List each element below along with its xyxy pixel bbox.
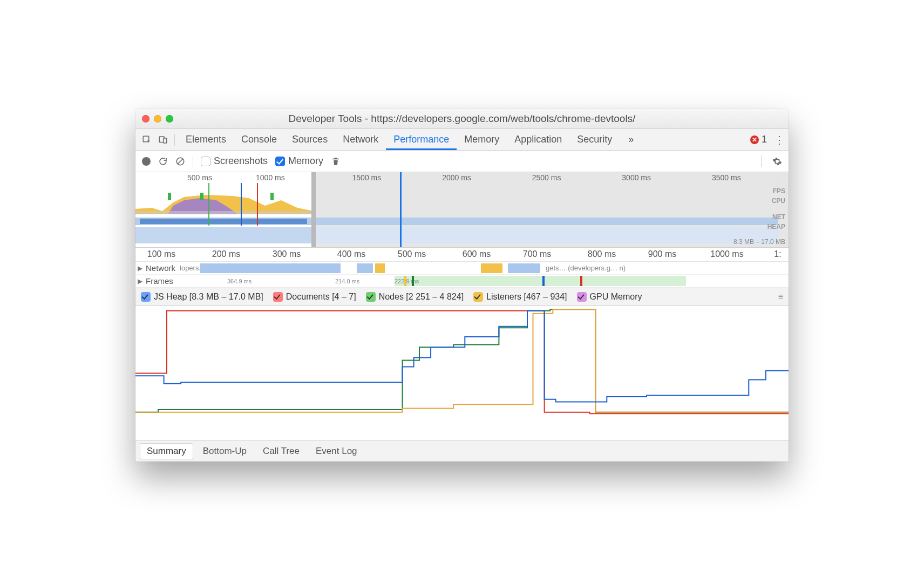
- overview-cpu-lane: [135, 193, 314, 214]
- checkbox-icon: [577, 292, 587, 302]
- chevron-right-icon[interactable]: ▶: [138, 264, 142, 272]
- reload-icon[interactable]: [158, 157, 168, 166]
- tab-elements[interactable]: Elements: [178, 129, 234, 150]
- frames-strip: [395, 276, 686, 286]
- frame-time: 214.0 ms: [335, 278, 359, 284]
- inspect-element-icon[interactable]: [139, 135, 155, 145]
- ruler-tick: 500 ms: [398, 249, 426, 259]
- tab-network[interactable]: Network: [335, 129, 386, 150]
- tab-memory[interactable]: Memory: [457, 129, 507, 150]
- network-bar: [200, 263, 341, 273]
- frames-row-label: Frames: [146, 276, 176, 286]
- settings-gear-icon[interactable]: [772, 157, 782, 166]
- network-extra-text: gets… (developers.g… n): [546, 264, 626, 272]
- overview-heap-lane: [135, 227, 778, 243]
- tab-sources[interactable]: Sources: [284, 129, 335, 150]
- ruler-tick: 700 ms: [523, 249, 551, 259]
- memory-checkbox[interactable]: Memory: [275, 155, 323, 167]
- tab-application[interactable]: Application: [507, 129, 569, 150]
- delete-icon[interactable]: [331, 157, 341, 166]
- legend-range: [4 – 7]: [332, 292, 356, 302]
- legend-item-gpu[interactable]: GPU Memory: [577, 292, 642, 302]
- legend-label: Documents: [286, 292, 330, 302]
- close-window-button[interactable]: [142, 115, 150, 123]
- tab-call-tree[interactable]: Call Tree: [256, 444, 306, 459]
- frame-marker: [412, 276, 414, 286]
- zoom-window-button[interactable]: [166, 115, 173, 123]
- devtools-tabstrip: Elements Console Sources Network Perform…: [135, 129, 789, 151]
- svg-rect-2: [164, 138, 167, 143]
- overview-tick: 2000 ms: [442, 173, 471, 182]
- chart-series-js-heap: [135, 311, 789, 402]
- overview-marker: [257, 183, 258, 226]
- tab-performance[interactable]: Performance: [386, 129, 457, 150]
- tab-security[interactable]: Security: [569, 129, 620, 150]
- tab-bottom-up[interactable]: Bottom-Up: [196, 444, 253, 459]
- checkbox-icon: [273, 292, 283, 302]
- overview-marker: [208, 183, 209, 226]
- legend-item-documents[interactable]: Documents [4 – 7]: [273, 292, 356, 302]
- devtools-window: Developer Tools - https://developers.goo…: [135, 108, 789, 462]
- screenshots-checkbox[interactable]: Screenshots: [201, 155, 268, 167]
- device-toggle-icon[interactable]: [155, 135, 171, 145]
- checkbox-icon: [366, 292, 376, 302]
- tab-console[interactable]: Console: [234, 129, 284, 150]
- checkbox-icon: [275, 157, 285, 166]
- window-titlebar: Developer Tools - https://developers.goo…: [135, 108, 789, 129]
- ruler-tick: 900 ms: [648, 249, 676, 259]
- network-bar: [375, 263, 385, 273]
- overview-heap-range: 8.3 MB – 17.0 MB: [733, 238, 785, 246]
- overview-panel[interactable]: 500 ms 1000 ms 1500 ms 2000 ms 2500 ms 3…: [135, 172, 789, 248]
- overview-tick: 2500 ms: [532, 173, 561, 182]
- chart-series-documents: [135, 311, 789, 413]
- overview-ruler: 500 ms 1000 ms 1500 ms 2000 ms 2500 ms 3…: [135, 172, 778, 183]
- screenshots-label: Screenshots: [214, 155, 268, 167]
- legend-label: GPU Memory: [590, 292, 642, 302]
- legend-menu-icon[interactable]: ≡: [778, 292, 783, 302]
- record-button[interactable]: [142, 157, 151, 166]
- legend-item-listeners[interactable]: Listeners [467 – 934]: [473, 292, 567, 302]
- memory-legend: JS Heap [8.3 MB – 17.0 MB] Documents [4 …: [135, 288, 789, 306]
- legend-item-jsheap[interactable]: JS Heap [8.3 MB – 17.0 MB]: [141, 292, 263, 302]
- overview-lane-labels: FPS CPU NET HEAP: [767, 186, 785, 232]
- memory-chart[interactable]: [135, 306, 789, 441]
- tab-summary[interactable]: Summary: [140, 443, 193, 459]
- overview-range-handle[interactable]: [311, 172, 316, 247]
- ruler-tick: 200 ms: [212, 249, 240, 259]
- overview-tick: 500 ms: [187, 173, 212, 182]
- overview-tick: 3000 ms: [622, 173, 651, 182]
- traffic-lights: [142, 115, 173, 123]
- frame-marker: [580, 276, 582, 286]
- ruler-tick: 300 ms: [273, 249, 301, 259]
- ruler-tick: 1:: [774, 249, 781, 259]
- minimize-window-button[interactable]: [154, 115, 161, 123]
- divider: [761, 155, 762, 167]
- window-title: Developer Tools - https://developers.goo…: [135, 113, 789, 125]
- tabs-overflow-button[interactable]: »: [621, 129, 641, 150]
- legend-label: JS Heap: [154, 292, 187, 302]
- overview-playhead[interactable]: [400, 172, 402, 247]
- legend-range: [467 – 934]: [524, 292, 567, 302]
- flame-row-network[interactable]: ▶ Network lopers.google.com/ (developers…: [135, 262, 789, 275]
- svg-rect-5: [200, 193, 203, 200]
- tab-event-log[interactable]: Event Log: [309, 444, 364, 459]
- flame-row-frames[interactable]: ▶ Frames 364.9 ms 214.0 ms 222.9 ms: [135, 275, 789, 288]
- network-bar: [357, 263, 373, 273]
- flamechart[interactable]: ▶ Network lopers.google.com/ (developers…: [135, 262, 789, 288]
- chart-series-nodes: [135, 309, 789, 412]
- legend-item-nodes[interactable]: Nodes [2 251 – 4 824]: [366, 292, 464, 302]
- main-ruler[interactable]: 100 ms 200 ms 300 ms 400 ms 500 ms 600 m…: [135, 248, 789, 262]
- ruler-tick: 100 ms: [147, 249, 175, 259]
- frame-marker: [542, 276, 545, 286]
- clear-icon[interactable]: [175, 157, 185, 166]
- ruler-tick: 600 ms: [463, 249, 491, 259]
- frame-time: 364.9 ms: [227, 278, 252, 284]
- svg-rect-4: [168, 193, 171, 200]
- checkbox-icon: [201, 157, 210, 166]
- overview-tick: 1500 ms: [352, 173, 382, 182]
- error-count-badge[interactable]: ✕ 1: [750, 134, 767, 145]
- overview-tick: 3500 ms: [712, 173, 741, 182]
- chevron-right-icon[interactable]: ▶: [138, 277, 142, 285]
- frame-marker: [404, 276, 406, 286]
- more-options-icon[interactable]: ⋮: [773, 134, 785, 145]
